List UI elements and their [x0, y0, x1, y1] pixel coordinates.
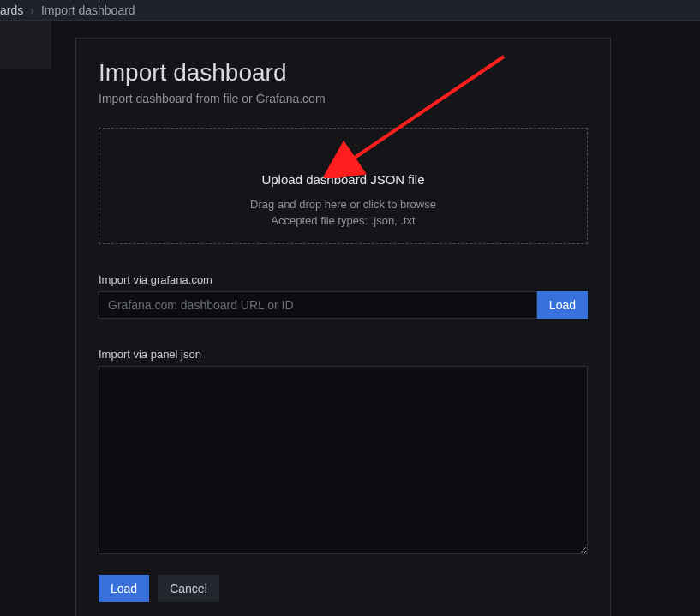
- upload-dropzone[interactable]: Upload dashboard JSON file Drag and drop…: [99, 128, 588, 244]
- load-button[interactable]: Load: [99, 575, 149, 602]
- upload-icon: [335, 143, 352, 172]
- breadcrumb-parent[interactable]: ards: [0, 3, 23, 17]
- upload-help: Drag and drop here or click to browse Ac…: [250, 197, 436, 230]
- grafana-load-button[interactable]: Load: [537, 291, 588, 319]
- side-nav-item[interactable]: [0, 21, 51, 69]
- grafana-url-input[interactable]: [99, 291, 537, 319]
- page-title: Import dashboard: [99, 59, 588, 87]
- side-nav: [0, 21, 51, 616]
- grafana-url-label: Import via grafana.com: [99, 273, 588, 286]
- panel-json-label: Import via panel json: [99, 348, 588, 361]
- panel-json-textarea[interactable]: [99, 366, 588, 554]
- upload-title: Upload dashboard JSON file: [261, 172, 424, 187]
- import-dashboard-card: Import dashboard Import dashboard from f…: [75, 38, 611, 616]
- breadcrumb-current: Import dashboard: [41, 3, 135, 17]
- cancel-button[interactable]: Cancel: [158, 575, 219, 602]
- breadcrumb-separator: ›: [30, 3, 34, 17]
- breadcrumb: ards › Import dashboard: [0, 0, 700, 21]
- page-subtitle: Import dashboard from file or Grafana.co…: [99, 92, 588, 105]
